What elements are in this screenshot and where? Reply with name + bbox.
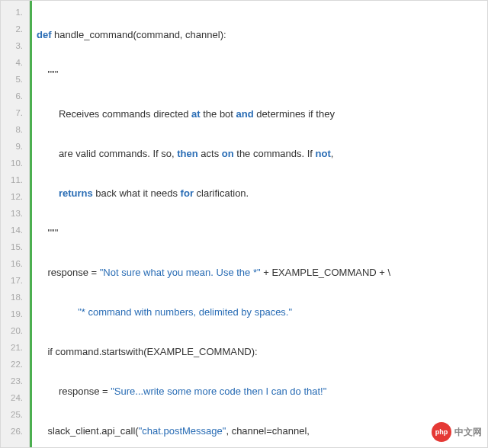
line-number: 8. bbox=[1, 121, 29, 138]
watermark-text: 中文网 bbox=[454, 426, 482, 439]
code-line: """ bbox=[37, 66, 487, 83]
line-number: 20. bbox=[1, 322, 29, 339]
line-number: 10. bbox=[1, 155, 29, 171]
line-number: 21. bbox=[1, 339, 29, 356]
line-number: 22. bbox=[1, 356, 29, 373]
code-line: slack_client.api_call("chat.postMessage"… bbox=[37, 423, 487, 440]
line-number: 6. bbox=[1, 88, 29, 104]
line-number: 13. bbox=[1, 205, 29, 222]
code-line: Receives commands directed at the bot an… bbox=[37, 106, 487, 123]
line-number: 9. bbox=[1, 138, 29, 155]
code-line: def handle_command(command, channel): bbox=[37, 27, 487, 43]
line-number: 19. bbox=[1, 306, 29, 322]
line-number: 4. bbox=[1, 54, 29, 71]
line-number: 15. bbox=[1, 238, 29, 255]
code-line: if command.startswith(EXAMPLE_COMMAND): bbox=[37, 344, 487, 360]
line-number: 24. bbox=[1, 389, 29, 406]
line-number: 17. bbox=[1, 272, 29, 289]
code-block: 1. 2. 3. 4. 5. 6. 7. 8. 9. 10. 11. 12. 1… bbox=[0, 0, 488, 448]
line-number: 3. bbox=[1, 37, 29, 54]
line-number: 11. bbox=[1, 171, 29, 188]
line-number: 2. bbox=[1, 21, 29, 37]
php-logo-icon bbox=[432, 422, 451, 442]
line-number: 26. bbox=[1, 423, 29, 440]
line-number: 5. bbox=[1, 71, 29, 88]
line-number: 18. bbox=[1, 289, 29, 306]
line-number: 12. bbox=[1, 188, 29, 205]
line-number: 1. bbox=[1, 4, 29, 21]
code-line: "* command with numbers, delimited by sp… bbox=[37, 304, 487, 321]
code-line: """ bbox=[37, 225, 487, 242]
code-line: are valid commands. If so, then acts on … bbox=[37, 146, 487, 162]
watermark-logo: 中文网 bbox=[432, 422, 482, 442]
line-number: 25. bbox=[1, 406, 29, 423]
line-number: 14. bbox=[1, 222, 29, 238]
code-line: response = "Sure...write some more code … bbox=[37, 383, 487, 400]
code-line: returns back what it needs for clarifica… bbox=[37, 185, 487, 202]
line-number-gutter: 1. 2. 3. 4. 5. 6. 7. 8. 9. 10. 11. 12. 1… bbox=[1, 1, 30, 447]
code-content: def handle_command(command, channel): ""… bbox=[30, 1, 487, 447]
code-line: response = "Not sure what you mean. Use … bbox=[37, 264, 487, 281]
line-number: 23. bbox=[1, 373, 29, 389]
line-number: 7. bbox=[1, 104, 29, 121]
line-number: 16. bbox=[1, 255, 29, 272]
